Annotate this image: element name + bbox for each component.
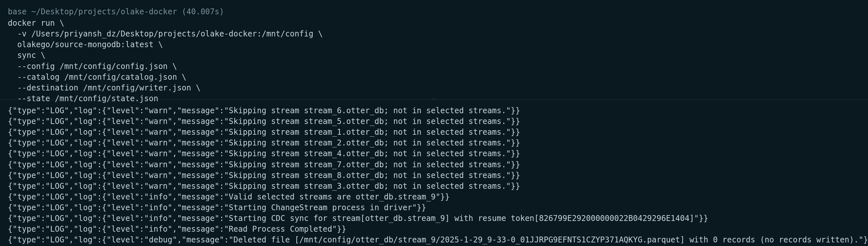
chevron-up-icon[interactable]: ︿ xyxy=(431,94,437,102)
command-line: olakego/source-mongodb:latest \ xyxy=(8,39,860,50)
log-line: {"type":"LOG","log":{"level":"info","mes… xyxy=(8,213,860,224)
log-line: {"type":"LOG","log":{"level":"info","mes… xyxy=(8,203,860,213)
command-line: -v /Users/priyansh_dz/Desktop/projects/o… xyxy=(8,29,860,39)
command-line: --destination /mnt/config/writer.json \ xyxy=(8,83,860,93)
log-line: {"type":"LOG","log":{"level":"info","mes… xyxy=(8,192,860,203)
command-block: docker run \ -v /Users/priyansh_dz/Deskt… xyxy=(8,18,860,104)
log-line: {"type":"LOG","log":{"level":"info","mes… xyxy=(8,224,860,235)
command-line: sync \ xyxy=(8,50,860,61)
output-block: {"type":"LOG","log":{"level":"warn","mes… xyxy=(8,105,860,246)
log-line: {"type":"LOG","log":{"level":"warn","mes… xyxy=(8,116,860,127)
log-line: {"type":"LOG","log":{"level":"warn","mes… xyxy=(8,137,860,148)
log-line: {"type":"LOG","log":{"level":"warn","mes… xyxy=(8,105,860,116)
log-line: {"type":"LOG","log":{"level":"warn","mes… xyxy=(8,170,860,181)
shell-prompt: base ~/Desktop/projects/olake-docker (40… xyxy=(8,6,860,17)
command-line: docker run \ xyxy=(8,18,860,29)
log-line: {"type":"LOG","log":{"level":"warn","mes… xyxy=(8,148,860,159)
log-line: {"type":"LOG","log":{"level":"debug","me… xyxy=(8,235,860,245)
command-line: --config /mnt/config/config.json \ xyxy=(8,61,860,72)
log-line: {"type":"LOG","log":{"level":"warn","mes… xyxy=(8,127,860,137)
command-line: --catalog /mnt/config/catalog.json \ xyxy=(8,72,860,83)
log-line: {"type":"LOG","log":{"level":"warn","mes… xyxy=(8,159,860,170)
log-line: {"type":"LOG","log":{"level":"warn","mes… xyxy=(8,181,860,192)
